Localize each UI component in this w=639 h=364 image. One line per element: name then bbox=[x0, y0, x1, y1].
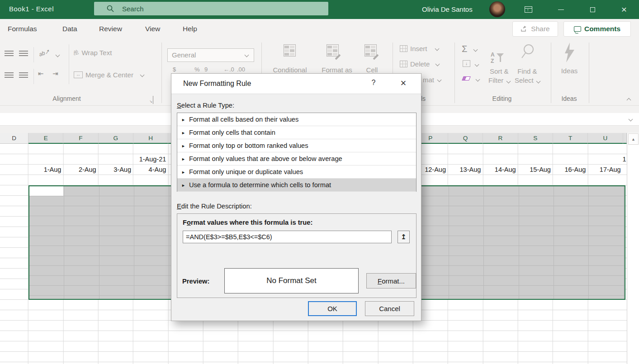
fill-icon[interactable]: ↓ bbox=[463, 60, 470, 67]
scroll-up-button[interactable]: ▲ bbox=[628, 133, 639, 145]
avatar[interactable] bbox=[489, 1, 505, 17]
wrap-text-button[interactable]: ab c↩ Wrap Text bbox=[74, 49, 112, 57]
rule-type-option-6[interactable]: ►Use a formula to determine which cells … bbox=[177, 179, 416, 192]
column-header-E[interactable]: E bbox=[28, 133, 63, 144]
ribbon-tab-review[interactable]: Review bbox=[99, 25, 122, 33]
column-header-Q[interactable]: Q bbox=[448, 133, 483, 144]
comma-style-icon[interactable]: 9 bbox=[204, 66, 208, 73]
cell-value[interactable]: 14-Aug bbox=[483, 165, 518, 175]
formula-input[interactable] bbox=[183, 231, 392, 243]
ribbon-display-options-button[interactable] bbox=[518, 0, 538, 19]
find-select-icon[interactable] bbox=[521, 43, 536, 60]
column-header-F[interactable]: F bbox=[63, 133, 98, 144]
fill-chevron-icon[interactable] bbox=[475, 62, 479, 67]
close-button[interactable]: × bbox=[614, 0, 634, 19]
format-as-table-icon[interactable] bbox=[327, 44, 339, 57]
share-button[interactable]: Share bbox=[512, 21, 558, 37]
dialog-close-button[interactable]: × bbox=[398, 77, 409, 89]
autosum-chevron-icon[interactable] bbox=[473, 47, 478, 52]
titlebar: Book1 - Excel Search Olivia De Santos × bbox=[0, 0, 639, 19]
number-format-chevron-icon bbox=[245, 53, 249, 57]
conditional-formatting-icon[interactable] bbox=[284, 44, 296, 57]
merge-center-button[interactable]: ↔ Merge & Center bbox=[74, 71, 144, 79]
cell-value[interactable]: 15-Aug bbox=[518, 165, 553, 175]
dialog-title: New Formatting Rule bbox=[183, 80, 251, 88]
minimize-button[interactable] bbox=[551, 0, 571, 19]
rule-type-option-2[interactable]: ►Format only cells that contain bbox=[177, 126, 416, 139]
column-header-partial[interactable] bbox=[623, 133, 627, 144]
rule-type-option-5[interactable]: ►Format only unique or duplicate values bbox=[177, 165, 416, 179]
column-header-T[interactable]: T bbox=[553, 133, 588, 144]
ribbon-tab-formulas[interactable]: Formulas bbox=[8, 25, 37, 33]
select-rule-type-label: Select a Rule Type: bbox=[177, 102, 234, 109]
align-center-icon[interactable] bbox=[5, 72, 14, 78]
sort-filter-button[interactable]: Sort & Filter bbox=[488, 67, 510, 85]
decrease-decimal-icon[interactable]: .00 bbox=[237, 66, 245, 73]
column-header-S[interactable]: S bbox=[518, 133, 553, 144]
dialog-help-button[interactable]: ? bbox=[369, 79, 378, 87]
format-as-table-label[interactable]: Format as bbox=[319, 66, 355, 74]
user-name[interactable]: Olivia De Santos bbox=[422, 5, 473, 13]
ribbon-collapse-icon[interactable] bbox=[627, 98, 631, 103]
autosum-icon[interactable]: Σ bbox=[462, 44, 467, 53]
merge-center-label: Merge & Center bbox=[85, 71, 133, 79]
orientation-icon[interactable]: ab↗ bbox=[38, 48, 50, 57]
clear-chevron-icon[interactable] bbox=[476, 77, 480, 82]
cell-value[interactable]: 2-Aug bbox=[63, 165, 98, 175]
align-middle-icon[interactable] bbox=[5, 51, 14, 56]
cell-value[interactable]: 13-Aug bbox=[448, 165, 483, 175]
column-header-U[interactable]: U bbox=[588, 133, 623, 144]
column-header-R[interactable]: R bbox=[483, 133, 518, 144]
ideas-button[interactable]: Ideas bbox=[560, 67, 579, 75]
delete-button[interactable]: Delete bbox=[400, 60, 439, 68]
ideas-icon[interactable] bbox=[563, 43, 575, 62]
ok-button[interactable]: OK bbox=[308, 301, 357, 316]
increase-decimal-icon[interactable]: ←.0 bbox=[223, 66, 234, 73]
ribbon-tab-view[interactable]: View bbox=[145, 25, 160, 33]
ribbon-tab-data[interactable]: Data bbox=[62, 25, 77, 33]
cell-value[interactable]: 1 bbox=[623, 154, 627, 165]
cancel-button[interactable]: Cancel bbox=[365, 301, 414, 316]
cell-styles-icon[interactable] bbox=[364, 44, 377, 57]
cell-styles-label[interactable]: Cell bbox=[360, 66, 384, 74]
formula-true-label: Format values where this formula is true… bbox=[183, 219, 312, 226]
conditional-formatting-label[interactable]: Conditional bbox=[271, 66, 308, 74]
increase-indent-icon[interactable]: ⇥ bbox=[52, 70, 58, 78]
orientation-chevron-icon[interactable] bbox=[56, 53, 60, 57]
alignment-dialog-launcher-icon[interactable] bbox=[153, 96, 153, 104]
align-bottom-icon[interactable] bbox=[19, 51, 28, 56]
align-right-icon[interactable] bbox=[19, 72, 28, 78]
ribbon-tab-help[interactable]: Help bbox=[183, 25, 197, 33]
cell-value[interactable]: 17-Aug bbox=[588, 165, 623, 175]
column-header-G[interactable]: G bbox=[99, 133, 133, 144]
vertical-scrollbar[interactable]: ▲ bbox=[627, 133, 639, 364]
dialog-titlebar[interactable]: New Formatting Rule ? × bbox=[171, 74, 421, 94]
sort-filter-label-1: Sort & bbox=[490, 67, 509, 75]
percent-style-icon[interactable]: % bbox=[194, 66, 200, 73]
cell-value[interactable]: 1-Aug-21 bbox=[133, 154, 168, 165]
restore-button[interactable] bbox=[582, 0, 602, 19]
column-header-H[interactable]: H bbox=[133, 133, 168, 144]
rule-type-option-4[interactable]: ►Format only values that are above or be… bbox=[177, 152, 416, 165]
search-box[interactable]: Search bbox=[94, 2, 328, 15]
number-format-dropdown[interactable]: General bbox=[167, 48, 254, 62]
insert-button[interactable]: Insert bbox=[400, 45, 439, 52]
cell-value[interactable]: 4-Aug bbox=[133, 165, 168, 175]
format-button-partial[interactable]: mat bbox=[423, 76, 441, 84]
decrease-indent-icon[interactable]: ⇤ bbox=[38, 70, 44, 78]
comments-button[interactable]: Comments bbox=[563, 21, 631, 37]
sort-filter-icon[interactable]: AZ bbox=[491, 52, 505, 69]
find-select-button[interactable]: Find & Select bbox=[515, 67, 540, 85]
rule-type-option-3[interactable]: ►Format only top or bottom ranked values bbox=[177, 139, 416, 152]
active-cell[interactable] bbox=[29, 186, 63, 196]
clear-eraser-icon[interactable] bbox=[462, 76, 471, 80]
format-button[interactable]: Format... bbox=[366, 273, 416, 288]
cell-value[interactable]: 3-Aug bbox=[99, 165, 133, 175]
preview-label: Preview: bbox=[182, 278, 209, 285]
column-header-D[interactable]: D bbox=[0, 133, 28, 144]
collapse-dialog-button[interactable]: ↥ bbox=[398, 231, 410, 243]
rule-type-option-1[interactable]: ►Format all cells based on their values bbox=[177, 113, 416, 126]
cell-value[interactable]: 1-Aug bbox=[28, 165, 63, 175]
cell-value[interactable]: 16-Aug bbox=[553, 165, 588, 175]
accounting-format-icon[interactable]: $ bbox=[173, 66, 176, 73]
